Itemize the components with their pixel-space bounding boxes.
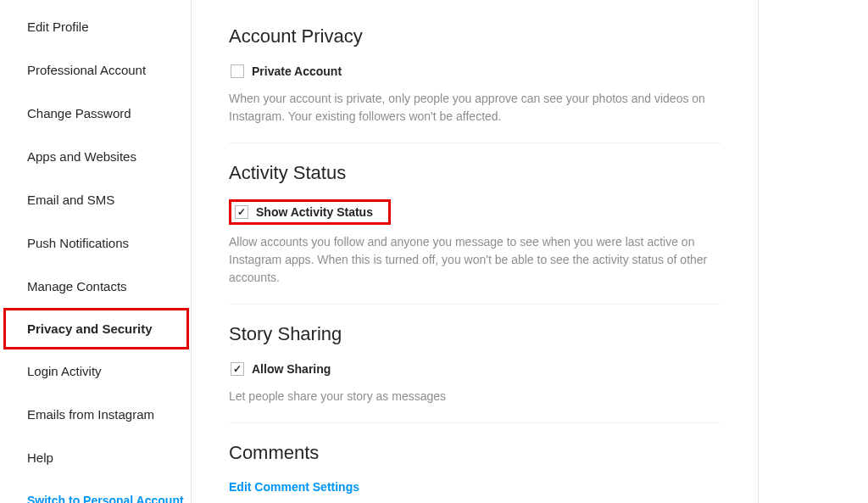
sidebar-item-push-notifications[interactable]: Push Notifications: [0, 221, 191, 265]
settings-main: Account Privacy Private Account When you…: [192, 0, 758, 503]
checkbox-icon: [231, 362, 244, 376]
sidebar-item-label: Privacy and Security: [27, 321, 153, 336]
sidebar-item-label: Change Password: [27, 106, 131, 120]
checkbox-icon: [235, 205, 248, 219]
sidebar-item-apps-and-websites[interactable]: Apps and Websites: [0, 135, 191, 178]
settings-sidebar: Edit Profile Professional Account Change…: [0, 0, 192, 503]
section-title: Account Privacy: [229, 25, 721, 48]
section-description: Let people share your story as messages: [229, 388, 721, 405]
sidebar-item-help[interactable]: Help: [0, 436, 191, 479]
sidebar-item-label: Edit Profile: [27, 20, 89, 34]
sidebar-item-edit-profile[interactable]: Edit Profile: [0, 5, 191, 48]
section-title: Story Sharing: [229, 323, 721, 345]
section-description: When your account is private, only peopl…: [229, 90, 721, 126]
sidebar-item-email-and-sms[interactable]: Email and SMS: [0, 178, 191, 221]
sidebar-item-label: Emails from Instagram: [27, 407, 154, 422]
sidebar-item-label: Apps and Websites: [27, 149, 136, 164]
sidebar-switch-account-link[interactable]: Switch to Personal Account: [0, 479, 191, 503]
sidebar-item-label: Manage Contacts: [27, 279, 127, 293]
comments-section: Comments Edit Comment Settings: [229, 442, 721, 503]
sidebar-item-label: Professional Account: [27, 63, 146, 77]
section-title: Activity Status: [229, 162, 721, 184]
sidebar-item-label: Switch to Personal Account: [27, 494, 184, 503]
show-activity-status-toggle[interactable]: Show Activity Status: [229, 199, 391, 225]
checkbox-label: Allow Sharing: [252, 362, 331, 376]
checkbox-label: Show Activity Status: [256, 205, 373, 219]
settings-container: Edit Profile Professional Account Change…: [0, 0, 759, 503]
private-account-toggle[interactable]: Private Account: [229, 63, 345, 80]
allow-sharing-toggle[interactable]: Allow Sharing: [229, 360, 334, 377]
story-sharing-section: Story Sharing Allow Sharing Let people s…: [229, 323, 721, 423]
edit-comment-settings-link[interactable]: Edit Comment Settings: [229, 480, 359, 494]
sidebar-item-emails-from-instagram[interactable]: Emails from Instagram: [0, 393, 191, 436]
sidebar-item-privacy-and-security[interactable]: Privacy and Security: [3, 308, 189, 349]
sidebar-item-manage-contacts[interactable]: Manage Contacts: [0, 265, 191, 308]
checkbox-label: Private Account: [252, 64, 342, 78]
sidebar-item-label: Email and SMS: [27, 193, 114, 207]
sidebar-item-change-password[interactable]: Change Password: [0, 92, 191, 135]
sidebar-item-label: Push Notifications: [27, 236, 129, 250]
sidebar-item-login-activity[interactable]: Login Activity: [0, 349, 191, 393]
account-privacy-section: Account Privacy Private Account When you…: [229, 25, 721, 143]
checkbox-icon: [231, 64, 244, 78]
section-title: Comments: [229, 442, 721, 464]
sidebar-item-professional-account[interactable]: Professional Account: [0, 48, 191, 92]
section-description: Allow accounts you follow and anyone you…: [229, 233, 721, 287]
sidebar-item-label: Help: [27, 450, 53, 465]
sidebar-item-label: Login Activity: [27, 364, 102, 378]
activity-status-section: Activity Status Show Activity Status All…: [229, 162, 721, 305]
